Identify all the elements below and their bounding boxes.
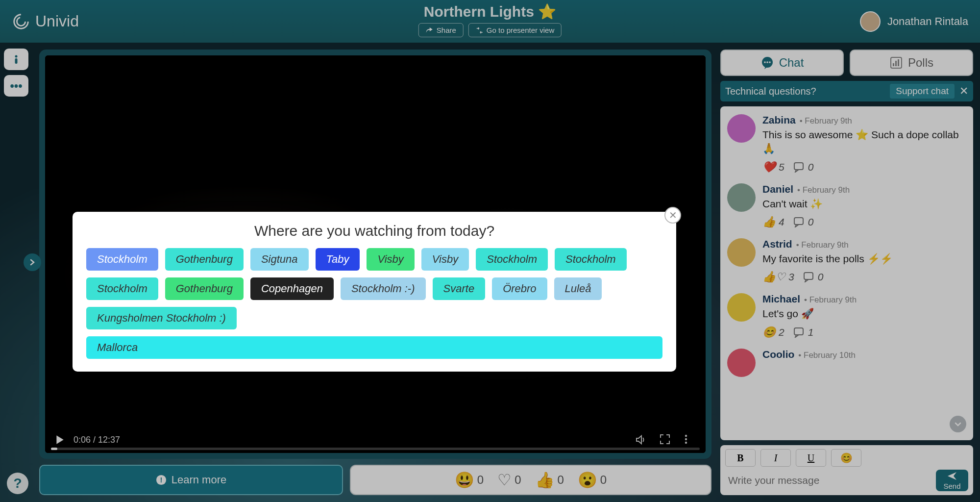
- poll-answer-chip[interactable]: Visby: [421, 248, 469, 271]
- poll-answer-chip[interactable]: Mallorca: [86, 336, 662, 359]
- poll-answer-chip[interactable]: Stockholm: [86, 277, 158, 300]
- poll-answer-chip[interactable]: Gothenburg: [165, 277, 244, 300]
- poll-answer-chip[interactable]: Luleå: [554, 277, 602, 300]
- poll-answer-chip[interactable]: Copenhagen: [250, 277, 334, 300]
- poll-answer-chip[interactable]: Visby: [367, 248, 414, 271]
- poll-modal: ✕ Where are you watching from today? Sto…: [73, 212, 676, 372]
- poll-answer-chip[interactable]: Kungsholmen Stockholm :): [86, 307, 237, 329]
- poll-answer-chip[interactable]: Stockholm :-): [341, 277, 426, 300]
- poll-answer-chip[interactable]: Stockholm: [476, 248, 548, 271]
- poll-answer-chip[interactable]: Stockholm: [86, 248, 158, 271]
- poll-answer-chip[interactable]: Taby: [316, 248, 360, 271]
- poll-answer-chip[interactable]: Gothenburg: [165, 248, 244, 271]
- poll-answer-chip[interactable]: Örebro: [492, 277, 547, 300]
- poll-answer-chip[interactable]: Sigtuna: [250, 248, 309, 271]
- poll-answer-chip[interactable]: Svarte: [433, 277, 486, 300]
- modal-close-button[interactable]: ✕: [664, 207, 681, 224]
- modal-title: Where are you watching from today?: [86, 223, 662, 239]
- poll-answer-chip[interactable]: Stockholm: [555, 248, 627, 271]
